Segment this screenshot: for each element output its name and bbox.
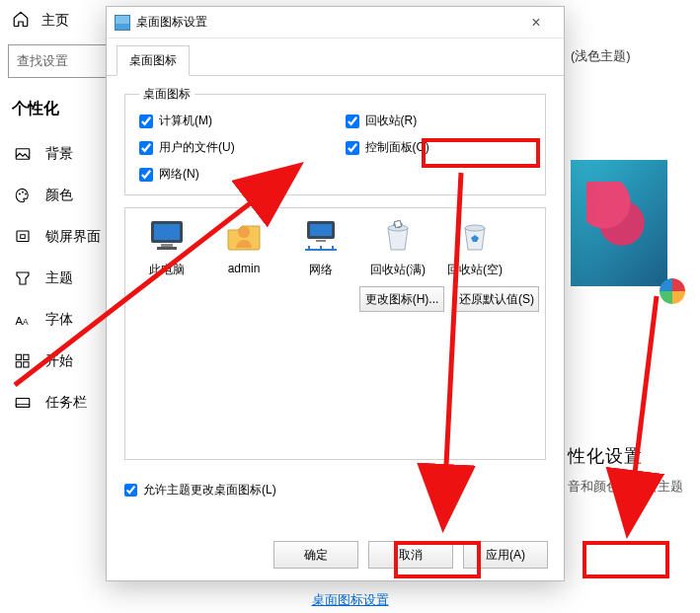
cancel-button[interactable]: 取消 <box>368 541 453 569</box>
desktop-icon-settings-link[interactable]: 桌面图标设置 <box>312 591 389 609</box>
svg-rect-20 <box>310 224 332 236</box>
desktop-icon-settings-dialog: 桌面图标设置 × 桌面图标 桌面图标 计算机(M) 回收站(R) 用户的文件(U… <box>106 6 565 581</box>
svg-rect-21 <box>316 240 326 242</box>
svg-rect-17 <box>157 247 177 250</box>
icon-userfolder[interactable]: admin <box>208 216 279 278</box>
start-icon <box>14 352 32 370</box>
home-label[interactable]: 主页 <box>41 12 69 30</box>
restore-default-button[interactable]: 还原默认值(S) <box>454 286 539 312</box>
change-icon-button[interactable]: 更改图标(H)... <box>359 286 444 312</box>
svg-rect-4 <box>17 231 29 242</box>
allow-theme-checkbox[interactable]: 允许主题更改桌面图标(L) <box>124 482 546 498</box>
home-icon <box>12 10 30 31</box>
svg-rect-23 <box>394 220 401 227</box>
check-network[interactable]: 网络(N) <box>139 166 326 183</box>
svg-point-3 <box>25 193 27 195</box>
more-sub: 音和颜色的免费主题 <box>568 478 683 496</box>
icon-preview-box: 此电脑 admin 网络 回收站(满) 回收站(空) <box>124 207 546 460</box>
svg-rect-0 <box>16 149 30 160</box>
svg-point-18 <box>238 226 250 238</box>
icon-thispc[interactable]: 此电脑 <box>131 216 202 278</box>
font-icon: AA <box>14 311 32 329</box>
theme-icon <box>14 269 32 287</box>
check-userfiles[interactable]: 用户的文件(U) <box>139 139 326 156</box>
theme-label: (浅色主题) <box>571 47 689 65</box>
svg-rect-13 <box>16 405 30 408</box>
icon-recyclebin-empty[interactable]: 回收站(空) <box>439 216 510 278</box>
theme-thumbnail[interactable] <box>571 160 667 286</box>
group-legend: 桌面图标 <box>139 86 194 103</box>
svg-rect-16 <box>161 244 173 247</box>
svg-rect-15 <box>154 224 180 240</box>
svg-rect-8 <box>16 354 21 359</box>
check-recyclebin[interactable]: 回收站(R) <box>346 113 532 129</box>
check-computer[interactable]: 计算机(M) <box>139 113 326 129</box>
svg-rect-9 <box>24 354 29 359</box>
lockscreen-icon <box>14 228 32 246</box>
more-heading: 性化设置 <box>568 444 643 468</box>
apply-button[interactable]: 应用(A) <box>463 541 548 569</box>
check-controlpanel[interactable]: 控制面板(O) <box>346 139 532 156</box>
palette-icon <box>14 187 32 204</box>
svg-point-24 <box>465 225 485 231</box>
ok-button[interactable]: 确定 <box>273 541 358 569</box>
close-icon[interactable]: × <box>516 14 556 32</box>
svg-point-2 <box>22 192 24 193</box>
svg-rect-5 <box>21 235 26 239</box>
icon-recyclebin-full[interactable]: 回收站(满) <box>362 216 433 278</box>
taskbar-icon <box>14 394 32 412</box>
icon-network[interactable]: 网络 <box>285 216 356 278</box>
svg-rect-10 <box>16 362 21 367</box>
tab-desktop-icons[interactable]: 桌面图标 <box>117 45 190 76</box>
svg-rect-11 <box>24 362 29 367</box>
svg-text:A: A <box>23 318 29 327</box>
picture-icon <box>14 145 32 163</box>
svg-point-1 <box>19 193 21 195</box>
dialog-icon <box>115 15 130 31</box>
dialog-title: 桌面图标设置 <box>136 14 207 31</box>
